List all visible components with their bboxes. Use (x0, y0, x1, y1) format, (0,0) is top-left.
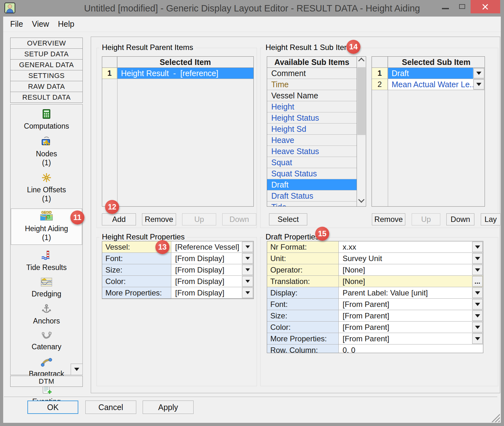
sidebar-item-tide-results[interactable]: Tide Results (26, 250, 67, 272)
list-item-vessel-name[interactable]: Vessel Name (267, 90, 357, 101)
menu-view[interactable]: View (27, 19, 53, 29)
property-value[interactable]: [From Parent] (339, 310, 472, 321)
sidebar-item-nodes[interactable]: Nodes (1) (36, 136, 57, 167)
sidebar-item-general-data[interactable]: GENERAL DATA (10, 59, 83, 70)
dropdown-button[interactable] (472, 242, 483, 252)
property-value[interactable]: [Reference Vessel] (171, 241, 242, 252)
property-label: Size: (102, 264, 171, 275)
scroll-down-button[interactable] (357, 197, 366, 206)
table-row[interactable]: 1 Height Result - [reference] (102, 68, 253, 79)
dropdown-button[interactable] (473, 79, 484, 89)
property-value[interactable]: [From Display] (171, 253, 242, 264)
chevron-down-icon (245, 280, 250, 283)
add-button[interactable]: Add (102, 213, 136, 225)
menu-help[interactable]: Help (53, 19, 79, 29)
sidebar-item-anchors[interactable]: Anchors (33, 304, 60, 325)
sidebar-item-settings[interactable]: SETTINGS (10, 70, 83, 81)
remove-button[interactable]: Remove (142, 213, 176, 225)
list-item-height[interactable]: Height (267, 101, 357, 112)
property-value[interactable]: Parent Label: Value [unit] (339, 287, 472, 298)
footer-separator (4, 397, 497, 397)
window-frame-left (0, 17, 3, 426)
property-value[interactable]: [From Display] (171, 264, 242, 275)
apply-button[interactable]: Apply (143, 401, 194, 414)
maximize-button[interactable] (459, 4, 465, 9)
list-item-heave-status[interactable]: Heave Status (267, 146, 357, 157)
ellipsis-button[interactable]: ... (472, 276, 483, 287)
property-value[interactable]: [From Parent] (339, 333, 472, 344)
dropdown-button[interactable] (242, 265, 253, 275)
property-value[interactable]: [From Display] (171, 287, 242, 298)
dropdown-button[interactable] (242, 253, 253, 264)
dropdown-button[interactable] (242, 276, 253, 287)
svg-text:GEOID: GEOID (41, 211, 52, 214)
sidebar-item-catenary[interactable]: Catenary (32, 331, 61, 351)
down-button[interactable]: Down (222, 213, 256, 225)
dropdown-button[interactable] (472, 322, 483, 332)
window-frame-bottom (0, 423, 504, 426)
select-button[interactable]: Select (269, 213, 307, 225)
property-value[interactable]: [From Parent] (339, 299, 472, 310)
list-item-height-status[interactable]: Height Status (267, 112, 357, 124)
sidebar-item-raw-data[interactable]: RAW DATA (10, 81, 83, 92)
parent-item-cell[interactable]: Height Result - [reference] (117, 68, 253, 79)
selected-sub-item-cell[interactable]: Draft (388, 68, 473, 79)
property-value[interactable]: x.xx (339, 241, 472, 252)
close-button[interactable] (471, 0, 500, 13)
list-item-comment[interactable]: Comment (267, 68, 357, 79)
minimize-button[interactable] (442, 8, 449, 9)
dropdown-button[interactable] (473, 68, 484, 78)
dredging-icon (41, 277, 52, 289)
dropdown-button[interactable] (472, 333, 483, 344)
dropdown-button[interactable] (472, 265, 483, 275)
sidebar-item-bargetrack[interactable]: Bargetrack (29, 357, 64, 378)
sidebar-item-dredging[interactable]: Dredging (32, 277, 61, 298)
scrollbar-thumb[interactable] (357, 67, 366, 135)
list-item-draft[interactable]: Draft (267, 179, 357, 190)
dropdown-button[interactable] (472, 299, 483, 309)
sidebar-item-setup-data[interactable]: SETUP DATA (10, 48, 83, 60)
dropdown-button[interactable] (472, 253, 483, 264)
property-value[interactable]: [None] (339, 276, 472, 287)
property-value[interactable]: [From Display] (171, 276, 242, 287)
property-value[interactable]: 0, 0 (339, 344, 483, 353)
dropdown-button[interactable] (242, 288, 253, 298)
selected-sub-item-cell[interactable]: Mean Actual Water Le... (388, 79, 473, 90)
sidebar-more-button[interactable] (71, 364, 83, 375)
scrollbar[interactable] (357, 57, 366, 206)
scroll-up-button[interactable] (357, 57, 366, 66)
bargetrack-icon (41, 357, 52, 369)
property-value[interactable]: [None] (339, 264, 472, 275)
sidebar-item-overview[interactable]: OVERVIEW (10, 38, 83, 49)
resize-grip[interactable] (490, 413, 500, 422)
list-item-heave[interactable]: Heave (267, 135, 357, 146)
list-item-height-sd[interactable]: Height Sd (267, 124, 357, 135)
property-value[interactable]: Survey Unit (339, 253, 472, 264)
list-item-squat[interactable]: Squat (267, 157, 357, 168)
layout-button[interactable]: Lay (481, 213, 500, 225)
sidebar-item-dtm[interactable]: DTM (10, 376, 83, 387)
dropdown-button[interactable] (472, 288, 483, 298)
property-value[interactable]: [From Parent] (339, 322, 472, 333)
chevron-down-icon (74, 368, 79, 371)
ok-button[interactable]: OK (27, 401, 78, 414)
dropdown-button[interactable] (242, 242, 253, 252)
property-row-vessel: Vessel: [Reference Vessel] (102, 241, 253, 253)
up-button[interactable]: Up (182, 213, 216, 225)
chevron-down-icon (475, 303, 480, 306)
cancel-button[interactable]: Cancel (85, 401, 136, 414)
table-row[interactable]: 1 Draft (372, 68, 485, 79)
list-item-tide[interactable]: Tide (267, 202, 357, 206)
sidebar-item-result-data[interactable]: RESULT DATA (10, 92, 83, 103)
sub-up-button[interactable]: Up (412, 213, 440, 225)
list-item-draft-status[interactable]: Draft Status (267, 190, 357, 202)
table-row[interactable]: 2 Mean Actual Water Le... (372, 79, 485, 90)
sidebar-item-line-offsets[interactable]: Line Offsets (1) (27, 173, 66, 203)
menu-file[interactable]: File (3, 19, 27, 29)
sidebar-item-computations[interactable]: Computations (24, 109, 69, 131)
dropdown-button[interactable] (472, 310, 483, 321)
list-item-time[interactable]: Time (267, 79, 357, 90)
sub-remove-button[interactable]: Remove (372, 213, 405, 225)
sub-down-button[interactable]: Down (446, 213, 474, 225)
list-item-squat-status[interactable]: Squat Status (267, 168, 357, 179)
